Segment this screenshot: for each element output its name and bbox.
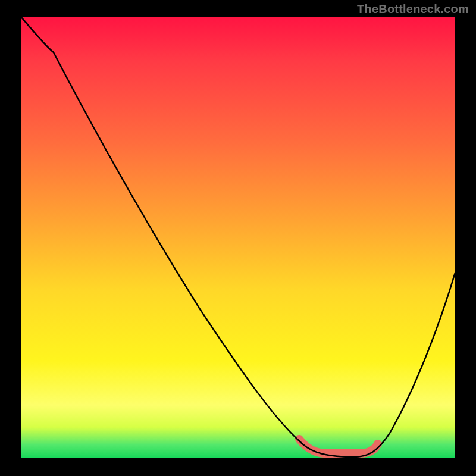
- attribution-label: TheBottleneck.com: [357, 2, 469, 16]
- chart-frame: TheBottleneck.com: [0, 0, 476, 476]
- bottleneck-curve: [21, 17, 455, 457]
- curve-layer: [21, 17, 455, 458]
- plot-area: [21, 17, 455, 458]
